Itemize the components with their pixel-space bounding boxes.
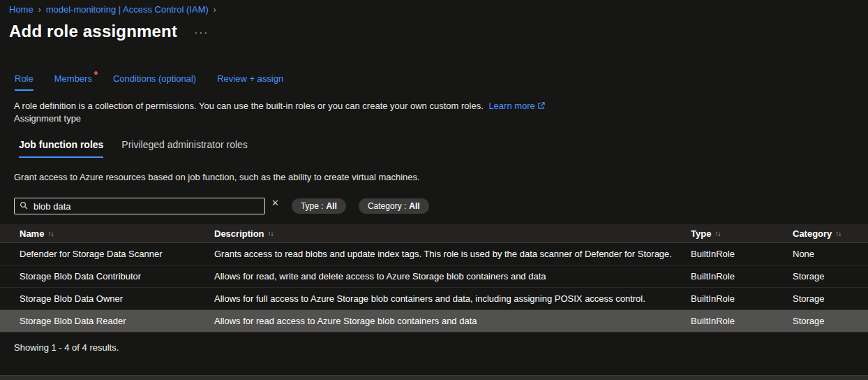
filter-toolbar: ✕ Type :All Category :All	[14, 198, 868, 214]
more-menu-icon[interactable]: ···	[194, 26, 209, 38]
tab-job-function-roles[interactable]: Job function roles	[19, 139, 103, 158]
chevron-right-icon: ›	[38, 5, 41, 15]
unsaved-changes-dot-icon	[94, 71, 98, 75]
page-title: Add role assignment	[9, 22, 177, 41]
chevron-right-icon: ›	[214, 5, 216, 15]
role-category: Storage	[793, 316, 868, 326]
breadcrumb: Home›model-monitoring | Access Control (…	[0, 0, 868, 15]
column-header-category[interactable]: Category↑↓	[793, 228, 868, 239]
column-label: Type	[691, 228, 711, 239]
type-filter-pill[interactable]: Type :All	[292, 198, 346, 214]
table-row[interactable]: Defender for Storage Data Scanner Grants…	[0, 243, 868, 265]
search-input[interactable]	[14, 198, 265, 214]
tab-conditions[interactable]: Conditions (optional)	[113, 73, 196, 91]
add-role-assignment-page: Home›model-monitoring | Access Control (…	[0, 0, 868, 353]
role-type: BuiltInRole	[691, 316, 793, 326]
sort-arrows-icon: ↑↓	[268, 230, 274, 238]
search-box	[14, 198, 265, 214]
filter-value: All	[409, 201, 419, 211]
table-header-row: Name↑↓ Description↑↓ Type↑↓ Category↑↓	[0, 224, 868, 243]
role-description: Allows for read, write and delete access…	[214, 271, 691, 282]
role-type-tab-bar: Job function roles Privileged administra…	[19, 139, 868, 158]
role-category: Storage	[793, 271, 868, 282]
column-label: Name	[20, 228, 44, 239]
tab-label: Role	[15, 73, 33, 84]
column-label: Category	[793, 228, 832, 239]
filter-label: Category :	[368, 201, 406, 211]
table-row[interactable]: Storage Blob Data Owner Allows for full …	[0, 288, 868, 310]
tab-role[interactable]: Role	[15, 73, 33, 91]
role-type: BuiltInRole	[691, 271, 793, 282]
role-name: Defender for Storage Data Scanner	[0, 249, 214, 259]
sort-arrows-icon: ↑↓	[47, 230, 53, 238]
role-description: Allows for full access to Azure Storage …	[214, 293, 691, 304]
page-header: Add role assignment ···	[0, 15, 868, 41]
column-header-type[interactable]: Type↑↓	[691, 228, 793, 239]
tab-bar: Role Members Conditions (optional) Revie…	[15, 73, 868, 91]
intro-text: A role definition is a collection of per…	[14, 101, 484, 111]
role-name: Storage Blob Data Owner	[0, 293, 214, 304]
tab-label: Members	[54, 73, 92, 84]
role-type: BuiltInRole	[691, 249, 793, 259]
tab-label: Review + assign	[217, 73, 283, 84]
role-type: BuiltInRole	[691, 293, 793, 304]
breadcrumb-resource-link[interactable]: model-monitoring | Access Control (IAM)	[46, 4, 209, 15]
horizontal-scrollbar[interactable]	[0, 375, 868, 380]
table-row[interactable]: Storage Blob Data Contributor Allows for…	[0, 265, 868, 288]
tab-review-assign[interactable]: Review + assign	[217, 73, 283, 91]
role-category: None	[793, 249, 868, 259]
tab-members[interactable]: Members	[54, 73, 92, 91]
role-name: Storage Blob Data Reader	[0, 316, 214, 326]
breadcrumb-home-link[interactable]: Home	[9, 4, 33, 15]
sort-arrows-icon: ↑↓	[835, 230, 841, 238]
results-count: Showing 1 - 4 of 4 results.	[14, 342, 868, 353]
tab-privileged-administrator-roles[interactable]: Privileged administrator roles	[121, 139, 248, 158]
table-row-selected[interactable]: Storage Blob Data Reader Allows for read…	[0, 310, 868, 332]
search-icon	[20, 201, 28, 210]
role-name: Storage Blob Data Contributor	[0, 271, 214, 282]
column-header-description[interactable]: Description↑↓	[214, 228, 691, 239]
external-link-icon	[537, 102, 545, 110]
column-label: Description	[214, 228, 264, 239]
role-description: Grants access to read blobs and update i…	[214, 249, 691, 259]
filter-value: All	[327, 201, 337, 211]
roles-table: Name↑↓ Description↑↓ Type↑↓ Category↑↓ D…	[0, 224, 868, 332]
clear-search-icon[interactable]: ✕	[271, 198, 279, 208]
grant-access-description: Grant access to Azure resources based on…	[14, 172, 868, 182]
learn-more-label: Learn more	[488, 101, 534, 111]
assignment-type-label: Assignment type	[14, 113, 868, 124]
sort-arrows-icon: ↑↓	[714, 230, 720, 238]
column-header-name[interactable]: Name↑↓	[0, 228, 214, 239]
category-filter-pill[interactable]: Category :All	[359, 198, 429, 214]
role-definition-intro: A role definition is a collection of per…	[14, 101, 868, 111]
learn-more-link[interactable]: Learn more	[488, 101, 544, 111]
role-description: Allows for read access to Azure Storage …	[214, 316, 691, 326]
role-category: Storage	[793, 293, 868, 304]
tab-label: Conditions (optional)	[113, 73, 196, 84]
filter-label: Type :	[301, 201, 324, 211]
